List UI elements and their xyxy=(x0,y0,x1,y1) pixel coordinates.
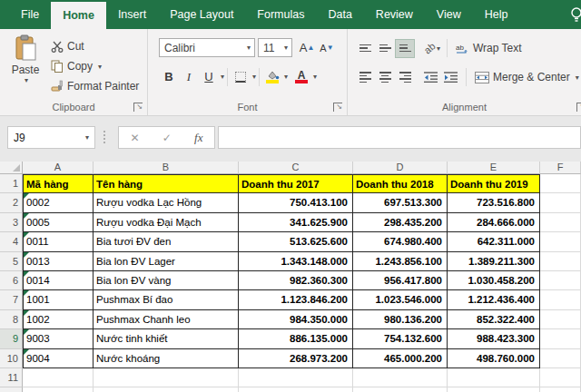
align-left-button[interactable] xyxy=(355,68,375,87)
column-header-C[interactable]: C xyxy=(239,162,353,174)
cell-E2[interactable]: 723.516.800 xyxy=(448,193,540,212)
cell-B5[interactable]: Bia lon ĐV Lager xyxy=(94,252,239,271)
top-align-button[interactable] xyxy=(355,39,375,58)
copy-button[interactable]: Copy ▾ xyxy=(49,56,141,76)
select-all-button[interactable] xyxy=(0,162,23,174)
increase-indent-button[interactable] xyxy=(440,68,460,87)
font-size-combo[interactable]: 11 ▾ xyxy=(258,38,292,57)
increase-font-size-button[interactable]: A▲ xyxy=(297,38,317,57)
cell-D3[interactable]: 298.435.200 xyxy=(353,213,448,232)
cell-D4[interactable]: 674.980.400 xyxy=(353,232,448,251)
cell-C4[interactable]: 513.625.600 xyxy=(239,232,353,251)
row-header-7[interactable]: 7 xyxy=(0,290,23,309)
cell-A11[interactable] xyxy=(23,368,94,387)
wrap-text-button[interactable]: ab Wrap Text xyxy=(454,38,524,58)
cell-E9[interactable]: 988.423.300 xyxy=(448,329,540,348)
row-header-12[interactable]: 12 xyxy=(0,387,23,392)
cell-F10[interactable] xyxy=(540,349,581,368)
cell-B6[interactable]: Bia lon ĐV vàng xyxy=(94,271,239,290)
row-header-3[interactable]: 3 xyxy=(0,213,23,232)
font-name-combo[interactable]: Calibri ▾ xyxy=(159,38,255,57)
cell-C7[interactable]: 1.123.846.200 xyxy=(239,290,353,309)
cell-C6[interactable]: 982.360.300 xyxy=(239,271,353,290)
cell-C9[interactable]: 886.135.000 xyxy=(239,329,353,348)
cell-F9[interactable] xyxy=(540,329,581,348)
paste-button[interactable]: Paste ▾ xyxy=(7,34,44,84)
orientation-button[interactable]: ab ▾ xyxy=(420,39,444,58)
column-header-E[interactable]: E xyxy=(448,162,540,174)
cell-B7[interactable]: Pushmax Bí đao xyxy=(94,290,239,309)
font-dialog-launcher[interactable]: ↘ xyxy=(333,103,342,112)
cell-A3[interactable]: 0005 xyxy=(23,213,94,232)
cell-A4[interactable]: 0011 xyxy=(23,232,94,251)
cell-F7[interactable] xyxy=(540,290,581,309)
cell-B12[interactable] xyxy=(94,387,239,392)
formula-bar-resize-handle[interactable] xyxy=(103,131,105,143)
cell-A2[interactable]: 0002 xyxy=(23,193,94,212)
font-color-dropdown-arrow[interactable]: ▾ xyxy=(313,73,317,81)
cell-C1[interactable]: Doanh thu 2017 xyxy=(239,174,353,193)
cell-C5[interactable]: 1.343.148.000 xyxy=(239,252,353,271)
cell-F11[interactable] xyxy=(540,368,581,387)
decrease-indent-button[interactable] xyxy=(420,68,440,87)
cell-F5[interactable] xyxy=(540,252,581,271)
cell-D5[interactable]: 1.243.856.100 xyxy=(353,252,448,271)
cell-D1[interactable]: Doanh thu 2018 xyxy=(353,174,448,193)
cell-F8[interactable] xyxy=(540,310,581,329)
tab-home[interactable]: Home xyxy=(51,2,106,29)
row-header-1[interactable]: 1 xyxy=(0,174,23,193)
cell-E1[interactable]: Doanh thu 2019 xyxy=(448,174,540,193)
cell-F2[interactable] xyxy=(540,193,581,212)
cell-B4[interactable]: Bia tươi ĐV đen xyxy=(94,232,239,251)
name-box[interactable]: J9 ▾ xyxy=(7,126,95,149)
cell-B2[interactable]: Rượu vodka Lạc Hồng xyxy=(94,193,239,212)
font-color-button[interactable]: A xyxy=(291,67,311,86)
column-header-F[interactable]: F xyxy=(540,162,581,174)
cell-A5[interactable]: 0013 xyxy=(23,252,94,271)
row-header-4[interactable]: 4 xyxy=(0,232,23,251)
cell-A6[interactable]: 0014 xyxy=(23,271,94,290)
fill-color-dropdown-arrow[interactable]: ▾ xyxy=(284,73,288,81)
borders-button[interactable] xyxy=(231,67,251,86)
tab-file[interactable]: File xyxy=(9,0,51,29)
cell-C11[interactable] xyxy=(239,368,353,387)
row-header-9[interactable]: 9 xyxy=(0,329,23,348)
format-painter-button[interactable]: Format Painter xyxy=(49,76,141,96)
enter-icon[interactable]: ✓ xyxy=(162,132,172,144)
align-right-button[interactable] xyxy=(395,68,415,87)
cell-E3[interactable]: 284.666.000 xyxy=(448,213,540,232)
cell-C2[interactable]: 750.413.100 xyxy=(239,193,353,212)
cell-A8[interactable]: 1002 xyxy=(23,310,94,329)
cell-D11[interactable] xyxy=(353,368,448,387)
cell-D2[interactable]: 697.513.300 xyxy=(353,193,448,212)
cell-B10[interactable]: Nước khoáng xyxy=(94,349,239,368)
formula-input[interactable] xyxy=(218,126,581,149)
column-header-A[interactable]: A xyxy=(23,162,94,174)
tab-review[interactable]: Review xyxy=(364,0,425,29)
cell-F1[interactable] xyxy=(540,174,581,193)
bottom-align-button[interactable] xyxy=(395,39,415,58)
align-center-button[interactable] xyxy=(375,68,395,87)
cell-B9[interactable]: Nước tinh khiết xyxy=(94,329,239,348)
tab-data[interactable]: Data xyxy=(316,0,363,29)
underline-dropdown-arrow[interactable]: ▾ xyxy=(221,73,224,81)
tab-help[interactable]: Help xyxy=(473,0,520,29)
row-header-10[interactable]: 10 xyxy=(0,349,23,368)
fill-color-button[interactable] xyxy=(262,67,282,86)
cut-button[interactable]: Cut xyxy=(49,36,141,56)
cell-C8[interactable]: 984.350.000 xyxy=(239,310,353,329)
cell-B11[interactable] xyxy=(94,368,239,387)
borders-dropdown-arrow[interactable]: ▾ xyxy=(252,73,256,81)
cell-A12[interactable] xyxy=(23,387,94,392)
cell-E5[interactable]: 1.389.211.300 xyxy=(448,252,540,271)
cell-F12[interactable] xyxy=(540,387,581,392)
cell-E10[interactable]: 498.760.000 xyxy=(448,349,540,368)
cell-D10[interactable]: 465.000.200 xyxy=(353,349,448,368)
row-header-6[interactable]: 6 xyxy=(0,271,23,290)
cancel-icon[interactable]: ✕ xyxy=(131,132,140,144)
cell-D12[interactable] xyxy=(353,387,448,392)
cell-A1[interactable]: Mã hàng xyxy=(23,174,94,193)
underline-button[interactable]: U xyxy=(199,67,219,86)
cell-C10[interactable]: 268.973.200 xyxy=(239,349,353,368)
row-header-11[interactable]: 11 xyxy=(0,368,23,387)
